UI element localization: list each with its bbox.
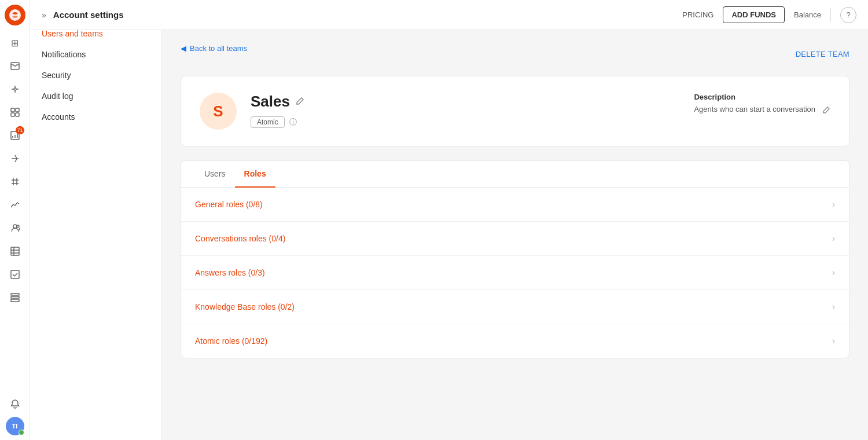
sidebar-icon-flows[interactable] — [5, 148, 25, 169]
sidebar-icon-inbox[interactable] — [5, 56, 25, 76]
avatar-initials: TI — [12, 423, 18, 430]
sidebar-icon-tables[interactable] — [5, 287, 25, 308]
back-link[interactable]: ◀ Back to all teams — [181, 44, 247, 53]
sidebar-item-security[interactable]: Security — [30, 65, 161, 86]
team-name: Sales — [251, 93, 290, 111]
sidebar-icon-grid[interactable] — [5, 171, 25, 192]
svg-point-9 — [17, 225, 19, 228]
chevron-right-icon: › — [832, 267, 835, 278]
top-right-controls: PRICING ADD FUNDS Balance ? — [682, 6, 856, 23]
sidebar-icon-tasks[interactable] — [5, 264, 25, 285]
app-logo[interactable] — [5, 5, 25, 25]
page-title: Account settings — [53, 10, 682, 20]
back-link-label: Back to all teams — [190, 44, 247, 53]
chevron-right-icon: › — [832, 302, 835, 312]
svg-rect-4 — [16, 108, 19, 112]
role-item-general[interactable]: General roles (0/8) › — [181, 188, 849, 222]
icon-sidebar: ⊞ 71 — [0, 0, 30, 440]
sidebar-icon-integrations[interactable] — [5, 79, 25, 100]
notification-icon[interactable] — [5, 394, 25, 415]
role-item-knowledge-base[interactable]: Knowledge Base roles (0/2) › — [181, 290, 849, 324]
content-header-row: ◀ Back to all teams DELETE TEAM — [181, 44, 849, 64]
description-label: Description — [694, 93, 830, 101]
top-bar: » Account settings PRICING ADD FUNDS Bal… — [30, 0, 868, 30]
role-item-atomic[interactable]: Atomic roles (0/192) › — [181, 324, 849, 358]
description-text: Agents who can start a conversation — [694, 105, 815, 113]
svg-rect-5 — [11, 113, 14, 116]
role-conversations-label: Conversations roles (0/4) — [195, 234, 285, 243]
user-avatar[interactable]: TI — [6, 417, 24, 435]
chevron-right-icon: › — [832, 233, 835, 244]
sidebar-icon-analytics[interactable] — [5, 195, 25, 215]
team-name-edit-icon[interactable] — [296, 97, 304, 107]
bottom-icons: TI — [5, 394, 25, 435]
sidebar-icon-reports[interactable]: 71 — [5, 125, 25, 146]
badge-info-icon[interactable]: ⓘ — [289, 117, 297, 127]
sidebar-icon-conversations[interactable] — [5, 102, 25, 123]
team-badge: Atomic — [251, 116, 285, 128]
sidebar-item-notifications[interactable]: Notifications — [30, 44, 161, 65]
pricing-link[interactable]: PRICING — [682, 10, 713, 19]
description-edit-icon[interactable] — [822, 106, 830, 116]
sidebar-item-audit-log[interactable]: Audit log — [30, 86, 161, 107]
svg-point-8 — [13, 225, 17, 228]
svg-rect-10 — [11, 247, 19, 255]
team-info: Sales Atomic ⓘ — [251, 93, 680, 128]
secondary-sidebar: ACCOUNT SETTINGS Users and teams Notific… — [30, 0, 162, 440]
tab-users[interactable]: Users — [195, 161, 235, 188]
team-name-row: Sales — [251, 93, 680, 111]
team-description: Description Agents who can start a conve… — [694, 93, 830, 116]
team-card: S Sales Atomic ⓘ Description — [181, 76, 849, 146]
role-knowledge-base-label: Knowledge Base roles (0/2) — [195, 302, 295, 311]
role-general-label: General roles (0/8) — [195, 200, 263, 209]
reports-badge: 71 — [16, 126, 24, 134]
role-answers-label: Answers roles (0/3) — [195, 268, 265, 277]
roles-tabs-container: Users Roles General roles (0/8) › Conver… — [181, 160, 849, 358]
role-item-answers[interactable]: Answers roles (0/3) › — [181, 256, 849, 290]
balance-label: Balance — [794, 10, 821, 19]
svg-point-0 — [9, 9, 21, 21]
layout-body: ⊞ 71 — [0, 0, 868, 440]
svg-rect-6 — [16, 113, 19, 116]
chevron-right-icon: › — [832, 199, 835, 210]
tab-roles[interactable]: Roles — [235, 161, 275, 188]
svg-rect-11 — [11, 270, 19, 278]
divider — [830, 8, 831, 22]
role-item-conversations[interactable]: Conversations roles (0/4) › — [181, 222, 849, 256]
tabs-header: Users Roles — [181, 161, 849, 188]
main-content: ◀ Back to all teams DELETE TEAM S Sales … — [162, 30, 868, 440]
delete-team-button[interactable]: DELETE TEAM — [796, 50, 849, 58]
help-icon[interactable]: ? — [840, 7, 856, 23]
description-row: Agents who can start a conversation — [694, 105, 830, 116]
back-arrow-icon: ◀ — [181, 44, 186, 53]
sidebar-icon-dashboard[interactable]: ⊞ — [5, 32, 25, 53]
sidebar-icon-lists[interactable] — [5, 241, 25, 262]
svg-rect-12 — [11, 294, 19, 295]
role-atomic-label: Atomic roles (0/192) — [195, 336, 267, 346]
sidebar-item-accounts[interactable]: Accounts — [30, 107, 161, 127]
expand-icon[interactable]: » — [42, 10, 46, 20]
team-avatar: S — [200, 93, 237, 130]
svg-rect-13 — [11, 296, 19, 298]
svg-rect-3 — [11, 108, 14, 112]
chevron-right-icon: › — [832, 336, 835, 346]
svg-point-2 — [14, 88, 16, 90]
sidebar-icon-contacts[interactable] — [5, 218, 25, 239]
svg-rect-14 — [11, 299, 19, 302]
add-funds-button[interactable]: ADD FUNDS — [723, 6, 785, 23]
badge-label: Atomic — [257, 118, 278, 126]
